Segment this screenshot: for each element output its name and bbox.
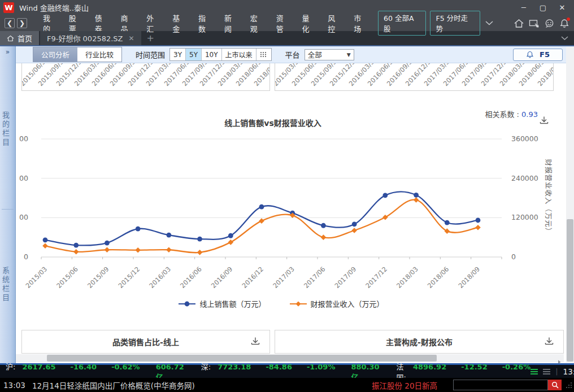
clock: 13:04:25	[563, 367, 574, 376]
bell-icon[interactable]	[559, 19, 569, 28]
charts-canvas: 2015/06/302015/09/302015/12/312016/03/31…	[16, 63, 566, 363]
grid-icon[interactable]	[256, 49, 271, 60]
tab-home[interactable]: 首页	[0, 31, 39, 45]
forward-button[interactable]: ❯	[17, 18, 27, 28]
resize-grip[interactable]	[566, 381, 572, 390]
svg-text:00: 00	[19, 134, 28, 143]
menu-item-风控[interactable]: 风控	[322, 12, 348, 34]
platform-select[interactable]: 全部 ▼	[305, 49, 354, 60]
svg-text:0: 0	[24, 252, 28, 261]
line-chart: 360000002400000012000000002015/032015/06…	[16, 106, 564, 298]
scroll-right-arrow-icon[interactable]	[557, 356, 562, 363]
range-10y-button[interactable]: 10Y	[202, 49, 222, 60]
home-tab-icon	[7, 35, 14, 42]
svg-text:2018/09: 2018/09	[456, 265, 481, 290]
menu-bar: ❮ ❯ 我的股票债券商品外汇基金指数新闻宏观资管量化风控市场 60 全部A股 F…	[0, 15, 574, 31]
content-area: » 我的栏目 系统栏目 公司分析 行业比较 时间范围 3Y 5Y 10Y 上市以…	[0, 46, 574, 363]
refresh-f5-button[interactable]: F5	[513, 49, 563, 61]
clipped-chart-panel-right: 2015/03/312015/06/302015/09/302015/12/31…	[275, 63, 554, 91]
svg-text:财报营业收入（万元）: 财报营业收入（万元）	[544, 159, 553, 235]
svg-text:2015/03: 2015/03	[24, 265, 49, 290]
intraday-trend-button[interactable]: F5 分时走势	[430, 11, 480, 36]
legend-item[interactable]: 财报营业收入（万元）	[290, 298, 384, 309]
sidebar-section-my-columns[interactable]: 我的栏目	[0, 111, 15, 147]
message-icon[interactable]	[544, 19, 555, 28]
download-icon[interactable]	[250, 337, 260, 349]
vertical-scrollbar[interactable]	[566, 47, 574, 363]
search-button[interactable]	[548, 380, 562, 390]
news-headline[interactable]: 12月14日轻涂纸国内出厂价格概览(中华商务网)	[32, 380, 195, 391]
industry-compare-button[interactable]: 行业比较	[77, 47, 121, 62]
company-analysis-button[interactable]: 公司分析	[33, 47, 77, 62]
dropdown-arrow-icon: ▼	[347, 52, 354, 58]
bell-outline-icon	[526, 51, 534, 59]
analysis-toolbar: 公司分析 行业比较 时间范围 3Y 5Y 10Y 上市以来 平台 全部 ▼	[16, 46, 574, 63]
svg-text:2017/06: 2017/06	[302, 265, 327, 290]
svg-text:2017/09: 2017/09	[333, 265, 358, 290]
left-sidebar: » 我的栏目 系统栏目	[0, 46, 16, 363]
panel-title: 主营构成-财报公布	[386, 336, 453, 347]
status-bar: 沪:2617.65-16.40-0.62%606.72亿深:7723.18-84…	[0, 365, 574, 378]
sidebar-divider	[2, 209, 14, 210]
green-menu-icon[interactable]	[530, 369, 538, 374]
add-tab-button[interactable]: +	[141, 31, 160, 45]
svg-text:2016/03: 2016/03	[147, 265, 172, 290]
svg-text:0: 0	[511, 252, 516, 261]
vertical-scrollbar-thumb[interactable]	[567, 219, 573, 361]
sidebar-collapse-button[interactable]: »	[0, 46, 15, 56]
clipped-chart-panel-left: 2015/06/302015/09/302015/12/312016/03/31…	[21, 63, 270, 91]
svg-text:120000: 120000	[511, 213, 538, 221]
tab-f9-stock[interactable]: F9-好想你 002582.SZ ✕	[40, 31, 141, 45]
news-bar: 13:03 12月14日轻涂纸国内出厂价格概览(中华商务网) 振江股份 20日新…	[0, 378, 574, 392]
notification-dot	[567, 18, 570, 21]
download-icon[interactable]	[544, 337, 554, 349]
wind-terminal-window: W Wind 金融终端..泰山 ─ ▢ ✕ ❮ ❯ 我的股票债券商品外汇基金指数…	[0, 0, 574, 392]
svg-text:2015/06: 2015/06	[55, 265, 80, 290]
tabbar-chevron-down-icon[interactable]	[561, 31, 574, 45]
range-since-listing-button[interactable]: 上市以来	[222, 49, 256, 60]
menu-item-新闻[interactable]: 新闻	[219, 12, 245, 34]
lower-panels: 品类销售占比-线上 主营构成-财报公布	[16, 330, 566, 354]
menu-item-基金[interactable]: 基金	[167, 12, 193, 34]
chevron-down-icon[interactable]	[485, 21, 493, 25]
range-5y-button[interactable]: 5Y	[186, 49, 202, 60]
news-time: 13:03	[3, 381, 25, 390]
svg-text:2017/12: 2017/12	[364, 265, 389, 290]
menu-item-资管[interactable]: 资管	[271, 12, 297, 34]
main-chart-panel: 相关系数 : 0.93 线上销售额vs财报营业收入 36000000240000…	[16, 101, 564, 330]
svg-text:360000: 360000	[511, 134, 538, 143]
tab-close-icon[interactable]: ✕	[129, 34, 134, 42]
svg-text:00: 00	[19, 174, 28, 182]
panel-main-business: 主营构成-财报公布	[275, 330, 564, 354]
all-a-shares-button[interactable]: 60 全部A股	[378, 11, 426, 36]
back-button[interactable]: ❮	[5, 18, 15, 28]
time-range-label: 时间范围	[136, 49, 165, 60]
platform-label: 平台	[285, 49, 300, 60]
search-icon	[551, 381, 559, 389]
svg-text:2015/12: 2015/12	[117, 265, 142, 290]
menu-item-量化[interactable]: 量化	[297, 12, 323, 34]
svg-text:2018/03: 2018/03	[395, 265, 420, 290]
snapshot-icon[interactable]	[529, 19, 540, 28]
sidebar-section-system-columns[interactable]: 系统栏目	[0, 267, 15, 303]
svg-text:00: 00	[19, 213, 28, 221]
svg-text:2015/09: 2015/09	[86, 265, 111, 290]
menu-item-市场[interactable]: 市场	[348, 12, 374, 34]
menu-item-指数[interactable]: 指数	[193, 12, 219, 34]
legend-item[interactable]: 线上销售额（万元）	[179, 298, 266, 309]
range-3y-button[interactable]: 3Y	[170, 49, 186, 60]
svg-text:2018/06: 2018/06	[426, 265, 451, 290]
gray-menu-icon[interactable]	[543, 369, 550, 374]
menu-item-宏观[interactable]: 宏观	[245, 12, 271, 34]
chart-legend: 线上销售额（万元）财报营业收入（万元）	[16, 298, 547, 309]
stock-alert[interactable]: 振江股份 20日新高	[372, 380, 437, 391]
svg-text:2016/09: 2016/09	[210, 265, 234, 290]
home-icon[interactable]	[514, 19, 524, 28]
search-input[interactable]	[453, 380, 548, 390]
window-title: Wind 金融终端..泰山	[19, 2, 89, 13]
wind-logo-icon: W	[3, 2, 14, 13]
svg-text:2016/12: 2016/12	[240, 265, 265, 290]
panel-category-sales: 品类销售占比-线上	[21, 330, 270, 354]
panel-title: 品类销售占比-线上	[112, 336, 179, 347]
svg-text:2016/06: 2016/06	[179, 265, 203, 290]
